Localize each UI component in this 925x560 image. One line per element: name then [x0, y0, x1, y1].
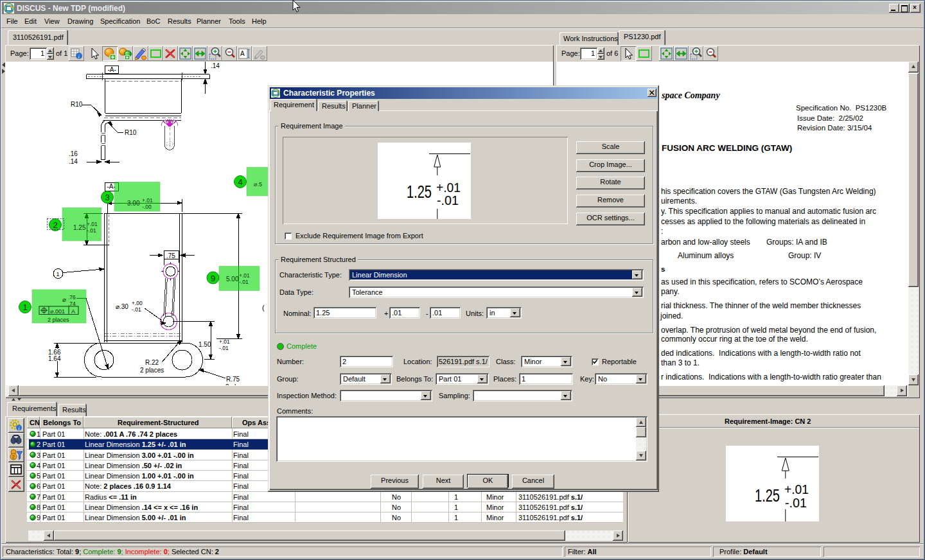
svg-text:.14: .14: [69, 158, 78, 165]
svg-text:1.25: 1.25: [755, 486, 780, 505]
svg-text:.76: .76: [68, 294, 76, 301]
svg-text:⌀.001: ⌀.001: [50, 308, 65, 315]
svg-text:R.75: R.75: [226, 376, 240, 383]
svg-text:⌀.5: ⌀.5: [254, 181, 262, 188]
svg-text:1: 1: [57, 271, 60, 277]
svg-text:9: 9: [211, 274, 215, 283]
svg-text:-.01: -.01: [219, 345, 229, 351]
svg-text:+.01: +.01: [784, 482, 809, 496]
svg-text:2 places: 2 places: [140, 367, 164, 374]
svg-text:-.01: -.01: [132, 306, 141, 313]
svg-text:i: i: [78, 54, 80, 60]
svg-text:1: 1: [23, 302, 28, 312]
svg-text:2: 2: [12, 454, 15, 460]
svg-text:-.01: -.01: [239, 279, 249, 285]
svg-text:+.01: +.01: [436, 180, 461, 195]
svg-text:-.01: -.01: [785, 496, 807, 510]
svg-text:.74: .74: [68, 301, 76, 307]
svg-text:+.00: +.00: [132, 300, 143, 306]
svg-text:-.01: -.01: [437, 193, 459, 207]
svg-text:R10: R10: [125, 129, 137, 136]
svg-text:4: 4: [238, 177, 243, 187]
svg-text:⌀: ⌀: [62, 296, 66, 303]
svg-text:+.01: +.01: [87, 221, 98, 227]
svg-text:3: 3: [105, 193, 110, 202]
svg-text:1.25: 1.25: [407, 182, 432, 202]
svg-text:+.01: +.01: [219, 338, 230, 345]
svg-text:1.25: 1.25: [73, 224, 86, 231]
svg-text:(: (: [262, 304, 265, 311]
svg-text:⌀.30: ⌀.30: [116, 303, 128, 310]
svg-text:3.00: 3.00: [127, 200, 140, 207]
svg-text:.75: .75: [166, 252, 175, 259]
svg-text:.16: .16: [69, 150, 78, 157]
svg-text:R10: R10: [71, 101, 83, 108]
svg-text:-.01: -.01: [87, 227, 96, 234]
svg-text:A: A: [71, 308, 75, 315]
svg-text:2: 2: [53, 220, 58, 230]
svg-text:1.64: 1.64: [48, 355, 61, 362]
svg-text:1.50: 1.50: [198, 341, 211, 348]
svg-text:+.01: +.01: [142, 197, 153, 204]
svg-text:+.01: +.01: [239, 272, 250, 279]
svg-text:i: i: [18, 426, 19, 432]
svg-text:2 places: 2 places: [48, 317, 69, 323]
svg-text:-A-: -A-: [108, 66, 116, 73]
svg-text:-.00: -.00: [142, 204, 152, 210]
svg-text:.14: .14: [211, 62, 220, 69]
svg-text:A: A: [240, 50, 245, 57]
svg-text:5.00: 5.00: [226, 276, 239, 283]
svg-text:R.22: R.22: [145, 359, 159, 366]
